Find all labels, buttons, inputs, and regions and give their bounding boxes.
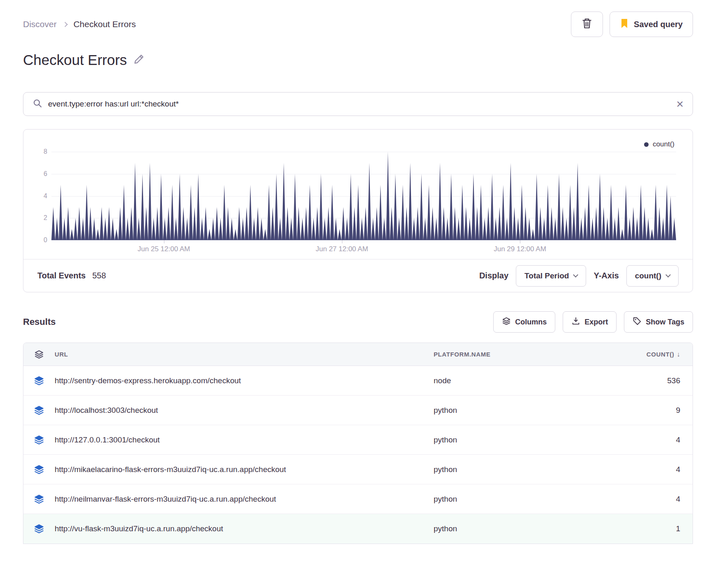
stack-icon[interactable] <box>23 405 55 416</box>
chart-panel: count() 86420 Jun 25 12:00 AMJun 27 12:0… <box>23 129 693 292</box>
x-tick-label: Jun 27 12:00 AM <box>316 245 368 253</box>
discover-page: Discover Checkout Errors Saved query Che <box>0 0 716 544</box>
table-row[interactable]: http://127.0.0.1:3001/checkoutpython4 <box>23 425 693 455</box>
chart-legend[interactable]: count() <box>644 140 674 148</box>
x-tick-mark <box>164 240 164 243</box>
results-toolbar: Columns Export Show Tags <box>493 311 693 333</box>
table-row[interactable]: http://vu-flask-m3uuizd7iq-uc.a.run.app/… <box>23 514 693 544</box>
results-table: URL PLATFORM.NAME COUNT()↓ http://sentry… <box>23 343 693 544</box>
url-cell[interactable]: http://vu-flask-m3uuizd7iq-uc.a.run.app/… <box>55 524 434 533</box>
saved-query-button[interactable]: Saved query <box>610 12 693 37</box>
legend-dot-icon <box>644 142 649 147</box>
chevron-down-icon <box>573 272 579 278</box>
tag-icon <box>633 317 642 328</box>
trash-icon <box>582 18 592 31</box>
url-cell[interactable]: http://mikaelacarino-flask-errors-m3uuiz… <box>55 465 434 474</box>
header-count[interactable]: COUNT()↓ <box>614 351 693 358</box>
y-tick-label: 8 <box>44 148 47 155</box>
header-url[interactable]: URL <box>55 351 434 358</box>
url-cell[interactable]: http://127.0.0.1:3001/checkout <box>55 435 434 444</box>
footer-controls: Display Total Period Y-Axis count() <box>479 265 679 287</box>
url-cell[interactable]: http://localhost:3003/checkout <box>55 406 434 415</box>
spike-chart[interactable] <box>51 152 676 240</box>
count-cell: 536 <box>614 376 693 385</box>
y-tick-label: 0 <box>44 236 47 244</box>
show-tags-button[interactable]: Show Tags <box>624 311 693 333</box>
layers-icon <box>502 317 511 328</box>
header-platform[interactable]: PLATFORM.NAME <box>434 351 614 358</box>
x-tick-mark <box>342 240 342 243</box>
y-axis-dropdown[interactable]: count() <box>626 265 679 287</box>
results-table-body: http://sentry-demos-express.herokuapp.co… <box>23 366 693 544</box>
sort-desc-icon: ↓ <box>677 351 680 358</box>
search-icon <box>32 98 42 110</box>
url-cell[interactable]: http://sentry-demos-express.herokuapp.co… <box>55 376 434 385</box>
search-query[interactable]: event.type:error has:url url:*checkout* <box>48 100 670 109</box>
edit-pencil-icon[interactable] <box>134 54 144 66</box>
breadcrumb-discover[interactable]: Discover <box>23 19 57 29</box>
stack-icon[interactable] <box>23 464 55 475</box>
topbar: Discover Checkout Errors Saved query <box>23 11 693 38</box>
display-dropdown[interactable]: Total Period <box>516 265 586 287</box>
total-events-value: 558 <box>92 271 106 280</box>
chart-area: count() 86420 Jun 25 12:00 AMJun 27 12:0… <box>23 130 693 259</box>
results-header-row: Results Columns Export <box>23 311 693 333</box>
x-tick-label: Jun 29 12:00 AM <box>494 245 546 253</box>
breadcrumb-current: Checkout Errors <box>74 19 136 29</box>
display-dropdown-value: Total Period <box>524 271 569 280</box>
y-tick-label: 4 <box>44 192 47 200</box>
show-tags-button-label: Show Tags <box>646 318 684 326</box>
x-tick-label: Jun 25 12:00 AM <box>138 245 190 253</box>
delete-query-button[interactable] <box>571 12 603 37</box>
topbar-actions: Saved query <box>571 12 693 37</box>
page-title: Checkout Errors <box>23 52 127 68</box>
y-tick-label: 2 <box>44 214 47 222</box>
count-cell: 9 <box>614 406 693 415</box>
platform-cell: node <box>434 376 614 385</box>
breadcrumb: Discover Checkout Errors <box>23 19 136 29</box>
total-events-label: Total Events <box>37 271 85 280</box>
results-table-header: URL PLATFORM.NAME COUNT()↓ <box>23 343 693 366</box>
search-bar[interactable]: event.type:error has:url url:*checkout* … <box>23 92 693 116</box>
legend-label: count() <box>653 140 674 148</box>
chevron-right-icon <box>62 22 68 27</box>
results-heading: Results <box>23 317 55 327</box>
y-axis-label: Y-Axis <box>594 271 619 280</box>
url-cell[interactable]: http://neilmanvar-flask-errors-m3uuizd7i… <box>55 495 434 504</box>
platform-cell: python <box>434 406 614 415</box>
chart-y-axis-labels: 86420 <box>34 152 51 240</box>
count-cell: 4 <box>614 465 693 474</box>
display-label: Display <box>479 271 508 280</box>
platform-cell: python <box>434 495 614 504</box>
count-cell: 1 <box>614 524 693 533</box>
chart-panel-footer: Total Events 558 Display Total Period Y-… <box>23 259 693 292</box>
platform-cell: python <box>434 465 614 474</box>
y-tick-label: 6 <box>44 170 47 178</box>
chart-x-axis: Jun 25 12:00 AMJun 27 12:00 AMJun 29 12:… <box>51 240 676 259</box>
chevron-down-icon <box>665 272 671 278</box>
chart-plot <box>51 152 676 240</box>
columns-button-label: Columns <box>515 318 547 326</box>
total-events: Total Events 558 <box>37 271 106 280</box>
stack-icon[interactable] <box>23 435 55 445</box>
count-cell: 4 <box>614 435 693 444</box>
table-row[interactable]: http://mikaelacarino-flask-errors-m3uuiz… <box>23 455 693 484</box>
table-row[interactable]: http://sentry-demos-express.herokuapp.co… <box>23 366 693 396</box>
download-icon <box>571 317 580 328</box>
table-row[interactable]: http://localhost:3003/checkoutpython9 <box>23 396 693 425</box>
export-button-label: Export <box>584 318 608 326</box>
stack-icon[interactable] <box>23 375 55 386</box>
plot-wrap: 86420 <box>34 152 676 240</box>
close-icon[interactable]: × <box>676 98 684 110</box>
export-button[interactable]: Export <box>563 311 617 333</box>
y-axis-dropdown-value: count() <box>635 271 661 280</box>
platform-cell: python <box>434 524 614 533</box>
stack-icon[interactable] <box>23 350 55 359</box>
saved-query-label: Saved query <box>634 20 683 29</box>
title-row: Checkout Errors <box>23 52 693 68</box>
stack-icon[interactable] <box>23 494 55 505</box>
table-row[interactable]: http://neilmanvar-flask-errors-m3uuizd7i… <box>23 484 693 514</box>
x-tick-mark <box>520 240 520 243</box>
stack-icon[interactable] <box>23 523 55 534</box>
columns-button[interactable]: Columns <box>493 311 555 333</box>
